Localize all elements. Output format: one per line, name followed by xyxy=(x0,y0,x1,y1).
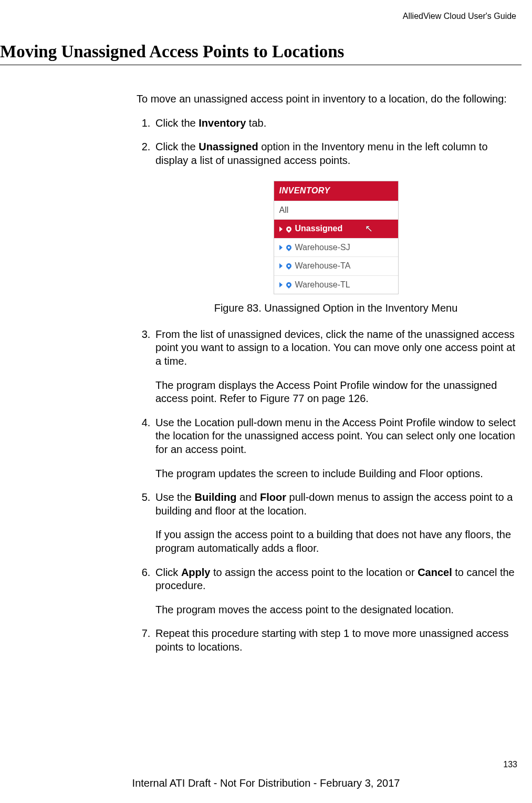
caret-icon xyxy=(279,227,283,232)
intro-paragraph: To move an unassigned access point in in… xyxy=(137,92,516,106)
bold-cancel: Cancel xyxy=(418,567,452,578)
body-column: To move an unassigned access point in in… xyxy=(137,92,516,654)
step-sub: The program moves the access point to th… xyxy=(155,603,516,617)
step-text: to assign the access point to the locati… xyxy=(210,567,418,578)
menu-item-label: All xyxy=(279,205,289,215)
step-5: Use the Building and Floor pull-down men… xyxy=(153,491,516,555)
menu-item-label: Warehouse-SJ xyxy=(295,242,350,253)
step-text: Use the Location pull-down menu in the A… xyxy=(155,417,516,455)
step-3: From the list of unassigned devices, cli… xyxy=(153,328,516,406)
cursor-icon: ↖ xyxy=(365,223,373,235)
menu-item-label: Warehouse-TA xyxy=(295,261,351,271)
step-6: Click Apply to assign the access point t… xyxy=(153,566,516,617)
bold-building: Building xyxy=(194,491,236,503)
step-text: Click xyxy=(155,567,181,578)
caret-icon xyxy=(279,282,283,287)
bold-inventory: Inventory xyxy=(199,117,246,129)
caret-icon xyxy=(279,245,283,250)
bold-unassigned: Unassigned xyxy=(199,141,258,152)
caret-icon xyxy=(279,263,283,269)
step-sub: The program updates the screen to includ… xyxy=(155,467,516,481)
figure-caption: Figure 83. Unassigned Option in the Inve… xyxy=(155,302,516,315)
step-text: From the list of unassigned devices, cli… xyxy=(155,328,515,367)
step-text: Click the xyxy=(155,141,199,152)
pin-icon xyxy=(285,281,292,289)
step-text: and xyxy=(236,491,259,503)
pin-icon xyxy=(285,244,292,251)
step-list: Click the Inventory tab. Click the Unass… xyxy=(137,117,516,654)
document-page: AlliedView Cloud User's Guide Moving Una… xyxy=(0,0,532,803)
footer-disclaimer: Internal ATI Draft - Not For Distributio… xyxy=(0,777,532,789)
menu-item-label: Warehouse-TL xyxy=(295,280,350,290)
step-sub: If you assign the access point to a buil… xyxy=(155,528,516,555)
menu-item-label: Unassigned xyxy=(295,223,343,234)
inventory-item-all[interactable]: All xyxy=(274,201,398,219)
step-1: Click the Inventory tab. xyxy=(153,117,516,130)
inventory-item-unassigned[interactable]: Unassigned ↖ xyxy=(274,219,398,238)
inventory-item-location[interactable]: Warehouse-TA xyxy=(274,256,398,275)
step-text: tab. xyxy=(246,117,266,129)
step-sub: The program displays the Access Point Pr… xyxy=(155,379,516,406)
inventory-menu-header: INVENTORY xyxy=(274,181,398,200)
section-heading: Moving Unassigned Access Points to Locat… xyxy=(0,42,521,65)
bold-floor: Floor xyxy=(260,491,286,503)
inventory-item-location[interactable]: Warehouse-TL xyxy=(274,275,398,294)
step-text: Click the xyxy=(155,117,199,129)
pin-icon xyxy=(285,225,292,232)
inventory-item-location[interactable]: Warehouse-SJ xyxy=(274,238,398,256)
step-2: Click the Unassigned option in the Inven… xyxy=(153,140,516,315)
step-4: Use the Location pull-down menu in the A… xyxy=(153,416,516,480)
doc-header-right: AlliedView Cloud User's Guide xyxy=(0,12,516,21)
step-7: Repeat this procedure starting with step… xyxy=(153,627,516,654)
step-text: Repeat this procedure starting with step… xyxy=(155,627,509,653)
step-text: Use the xyxy=(155,491,194,503)
page-number: 133 xyxy=(503,760,517,769)
bold-apply: Apply xyxy=(181,567,211,578)
figure-wrap: INVENTORY All Unassigned ↖ xyxy=(155,181,516,294)
inventory-menu: INVENTORY All Unassigned ↖ xyxy=(274,181,399,294)
pin-icon xyxy=(285,262,292,270)
